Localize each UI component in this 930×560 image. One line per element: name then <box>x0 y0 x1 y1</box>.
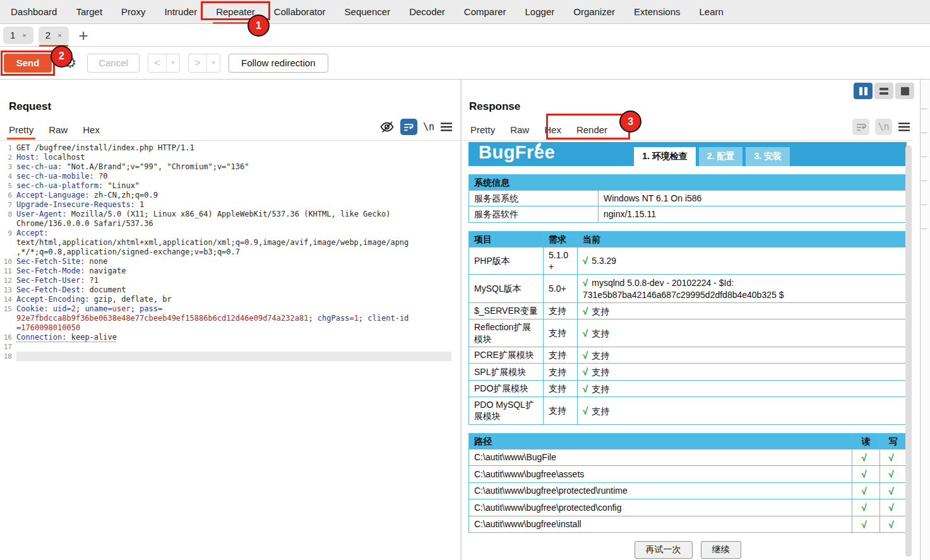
install-step-3[interactable]: 3. 安装 <box>746 147 790 166</box>
menubar-item-intruder[interactable]: Intruder <box>155 0 206 23</box>
menubar-item-logger[interactable]: Logger <box>516 0 564 23</box>
response-menu-icon[interactable] <box>898 122 910 132</box>
tab-label: Pretty <box>470 124 495 135</box>
response-tab-raw[interactable]: Raw <box>503 121 537 138</box>
close-tab-icon[interactable]: × <box>22 32 26 39</box>
line-number <box>0 323 16 333</box>
check-icon: √ <box>583 383 588 394</box>
tab-label: Render <box>576 124 607 135</box>
bugfree-page: BugFree 1. 环境检查2. 配置3. 安装 系统信息 服务器系统Wind… <box>468 142 907 559</box>
response-title: Response <box>469 100 520 113</box>
menubar-item-organizer[interactable]: Organizer <box>564 0 624 23</box>
line-text: ,*/*;q=0.8,application/signed-exchange;v… <box>16 247 240 257</box>
repeater-tab-2[interactable]: 2× <box>39 27 69 44</box>
menubar-item-collaborator[interactable]: Collaborator <box>265 0 335 23</box>
req-current: √支持 <box>578 319 907 347</box>
line-number: 9 <box>0 229 16 238</box>
forward-button[interactable]: > <box>189 54 206 72</box>
request-line: 92e7fbdcca8b9f36be0638e48e77cbeeb49ef158… <box>0 314 460 323</box>
req-item: PCRE扩展模块 <box>469 347 544 364</box>
menubar-item-label: Repeater <box>216 6 255 17</box>
request-tab-hex[interactable]: Hex <box>75 121 107 138</box>
request-line: 8User-Agent: Mozilla/5.0 (X11; Linux x86… <box>0 210 460 219</box>
menubar-item-extensions[interactable]: Extensions <box>624 0 689 23</box>
request-line: 7Upgrade-Insecure-Requests: 1 <box>0 200 460 210</box>
request-line: 18 <box>0 352 460 361</box>
line-number <box>0 219 16 229</box>
menubar-item-label: Proxy <box>121 6 145 17</box>
menubar-item-label: Target <box>76 6 102 17</box>
eye-off-icon[interactable] <box>379 119 395 134</box>
render-scrollbar-thumb[interactable] <box>905 145 912 557</box>
request-line: 16Connection: keep-alive <box>0 333 460 342</box>
menubar-item-label: Dashboard <box>11 6 57 17</box>
table-row: PDO扩展模块支持√支持 <box>469 380 907 397</box>
install-step-2[interactable]: 2. 配置 <box>699 147 743 166</box>
response-tab-render[interactable]: Render3 <box>569 121 615 138</box>
tab-label: Raw <box>49 124 68 135</box>
path-value: C:\autit\www\bugfree\assets <box>469 466 852 483</box>
continue-button[interactable]: 继续 <box>701 541 741 559</box>
response-panel: Response PrettyRawHexRender3 \n BugFree <box>462 80 921 560</box>
menubar-item-learn[interactable]: Learn <box>689 0 732 23</box>
request-editor[interactable]: 1GET /bugfree/install/index.php HTTP/1.1… <box>0 140 460 560</box>
cancel-button[interactable]: Cancel <box>87 54 140 73</box>
add-tab-button[interactable]: + <box>79 29 88 42</box>
req-need: 支持 <box>544 302 578 319</box>
req-current: √支持 <box>578 397 907 424</box>
line-text: sec-ch-ua-mobile: ?0 <box>16 172 108 181</box>
line-text: Sec-Fetch-Dest: document <box>16 285 126 295</box>
menubar-item-comparer[interactable]: Comparer <box>455 0 516 23</box>
request-editor-icons: \n <box>379 119 453 135</box>
repeater-tab-1[interactable]: 1× <box>3 27 33 44</box>
install-step-1[interactable]: 1. 环境检查 <box>634 147 696 166</box>
back-button[interactable]: < <box>148 54 166 72</box>
line-number: 16 <box>0 333 16 342</box>
layout-single-button[interactable] <box>895 83 914 99</box>
request-tab-raw[interactable]: Raw <box>41 121 75 138</box>
response-tab-hex[interactable]: Hex <box>537 121 569 138</box>
line-number: 11 <box>0 266 16 276</box>
path-value: C:\autit\www\bugfree\protected\runtime <box>469 482 852 499</box>
check-icon: √ <box>861 486 866 496</box>
annotation-box-2: Send 2 <box>1 51 55 76</box>
request-menu-icon[interactable] <box>440 122 453 132</box>
request-line: 15Cookie: uid=2; uname=user; pass= <box>0 304 460 314</box>
line-number: 6 <box>0 191 16 200</box>
menubar-item-repeater[interactable]: Repeater1 <box>206 0 265 23</box>
request-line: 11Sec-Fetch-Mode: navigate <box>0 266 460 276</box>
bugfree-logo: BugFree <box>479 142 555 163</box>
row-value: Windows NT 6.1 On i586 <box>599 191 907 206</box>
response-tab-pretty[interactable]: Pretty <box>463 121 503 138</box>
menubar-item-target[interactable]: Target <box>66 0 112 23</box>
check-icon: √ <box>583 366 588 377</box>
line-number: 18 <box>0 352 16 361</box>
column-header: 读 <box>852 433 880 449</box>
layout-columns-button[interactable] <box>854 83 873 99</box>
wrap-lines-icon[interactable] <box>852 119 869 135</box>
follow-redirection-button[interactable]: Follow redirection <box>229 54 328 73</box>
menubar-item-proxy[interactable]: Proxy <box>112 0 155 23</box>
send-button[interactable]: Send <box>4 54 52 73</box>
back-dropdown-arrow-icon[interactable]: ▼ <box>166 54 179 72</box>
request-line: 6Accept-Language: zh-CN,zh;q=0.9 <box>0 191 460 200</box>
menubar-item-label: Collaborator <box>274 6 326 17</box>
request-tab-pretty[interactable]: Pretty <box>1 121 41 138</box>
row-label: 服务器系统 <box>469 191 599 206</box>
line-text: Host: localhost <box>16 153 85 162</box>
menubar-item-decoder[interactable]: Decoder <box>400 0 455 23</box>
line-number: 4 <box>0 172 16 181</box>
retry-button[interactable]: 再试一次 <box>635 541 693 559</box>
wrap-lines-icon[interactable] <box>400 119 417 135</box>
path-writable: √ <box>880 516 907 533</box>
layout-rows-button[interactable] <box>874 83 893 99</box>
menubar-item-dashboard[interactable]: Dashboard <box>1 0 66 23</box>
line-text: GET /bugfree/install/index.php HTTP/1.1 <box>16 143 194 153</box>
close-tab-icon[interactable]: × <box>57 32 61 39</box>
line-text: text/html,application/xhtml+xml,applicat… <box>16 238 408 247</box>
menubar-item-sequencer[interactable]: Sequencer <box>335 0 400 23</box>
forward-dropdown-arrow-icon[interactable]: ▼ <box>206 54 220 72</box>
request-line: 14Accept-Encoding: gzip, deflate, br <box>0 295 460 304</box>
nonprintable-chars-icon[interactable]: \n <box>423 121 434 133</box>
nonprintable-chars-icon[interactable]: \n <box>875 119 892 135</box>
